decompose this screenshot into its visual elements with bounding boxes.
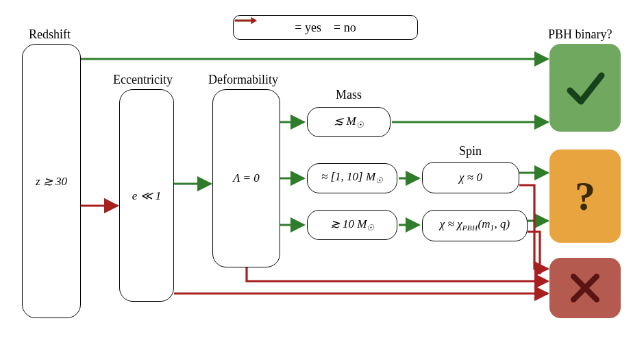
label-redshift: Redshift (29, 27, 71, 42)
legend-yes-text: = yes (295, 21, 321, 35)
label-eccentricity: Eccentricity (113, 73, 173, 87)
legend-no-text: = no (334, 21, 356, 35)
label-mass: Mass (336, 88, 362, 102)
node-eccentricity: e ≪ 1 (119, 89, 174, 302)
outcome-yes (549, 44, 621, 132)
cross-icon (567, 270, 604, 307)
legend: = yes = no (233, 15, 418, 40)
outcome-maybe: ? (549, 149, 621, 243)
node-spin-zero: χ ≈ 0 (422, 162, 519, 193)
label-question: PBH binary? (548, 27, 612, 42)
node-spin-func: χ ≈ χPBH(m1, q) (422, 210, 528, 241)
check-icon (563, 66, 607, 110)
label-spin: Spin (459, 144, 482, 158)
legend-no: = no (334, 21, 356, 35)
node-mass-mid: ≈ [1, 10] M☉ (307, 163, 397, 193)
legend-yes: = yes (295, 21, 321, 35)
node-mass-low: ≲ M☉ (307, 107, 391, 137)
node-deformability: Λ = 0 (212, 89, 280, 267)
question-icon: ? (575, 173, 595, 220)
node-redshift: z ≳ 30 (22, 44, 81, 318)
outcome-no (549, 258, 621, 318)
node-mass-high: ≳ 10 M☉ (307, 210, 397, 240)
label-deformability: Deformability (208, 73, 278, 87)
